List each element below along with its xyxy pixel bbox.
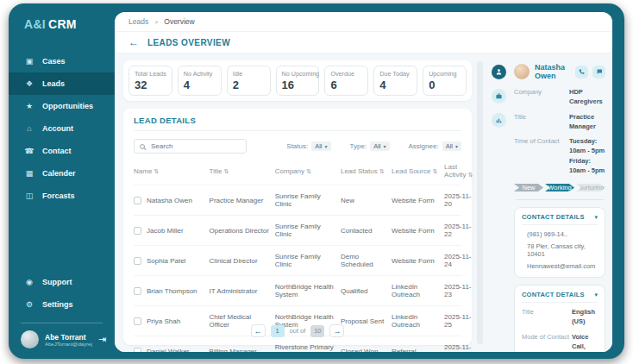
stat-card[interactable]: Overdue 6 xyxy=(324,66,368,96)
stat-card[interactable]: No Upcoming 16 xyxy=(276,66,320,96)
cell-name: Brian Thompson xyxy=(147,287,197,295)
cell-lead-source: Website Form xyxy=(392,257,441,265)
stage-chevron[interactable]: Nurturing xyxy=(576,184,605,191)
stage-chevron[interactable]: New xyxy=(514,184,543,191)
cell-title: Clinical Director xyxy=(210,257,272,265)
filter-dropdown[interactable]: Assignee: All ▾ xyxy=(409,141,462,151)
contact-detail-line: 78 Pier, Cansas city, 10401 xyxy=(522,239,598,259)
row-checkbox[interactable] xyxy=(134,348,141,353)
contact-field: Mode of Contact Voice Call, Email xyxy=(522,329,598,353)
stat-value: 2 xyxy=(233,78,265,91)
stat-card[interactable]: No Activity 4 xyxy=(178,66,222,96)
table-row[interactable]: Sophia Patel Clinical Director Sunrise F… xyxy=(134,245,461,275)
chevron-down-icon: ▾ xyxy=(455,143,458,149)
scrollbar[interactable] xyxy=(477,61,483,344)
cell-last-activity: 2025-11-20 xyxy=(444,192,479,208)
cell-last-activity: 2025-11-23 xyxy=(444,283,479,298)
sidebar-item[interactable]: ❖ Leads xyxy=(9,72,115,95)
cell-lead-source: Website Form xyxy=(392,227,441,235)
search-input[interactable] xyxy=(149,141,241,151)
sidebar-item-label: Contact xyxy=(42,147,72,155)
sort-icon[interactable]: ⇅ xyxy=(467,172,473,178)
pagination: ← 1 out of 10 → xyxy=(134,319,461,340)
sidebar-footer-item[interactable]: ⚙ Settings xyxy=(9,293,115,316)
stage-chevron[interactable]: Working xyxy=(545,184,574,191)
leads-table: Name⇅ Title⇅ Company⇅ xyxy=(134,156,461,319)
stat-value: 4 xyxy=(184,78,216,91)
field-value: Voice Call, Email xyxy=(572,332,598,353)
sidebar-item[interactable]: ☎ Contact xyxy=(9,140,115,162)
field-label: Title xyxy=(522,307,572,327)
sort-icon[interactable]: ⇅ xyxy=(379,168,385,174)
account-icon: ⌂ xyxy=(24,124,34,133)
sort-icon[interactable]: ⇅ xyxy=(154,168,159,174)
sort-icon[interactable]: ⇅ xyxy=(223,168,229,174)
column-header[interactable]: Lead Status⇅ xyxy=(341,167,388,175)
lead-details-card: LEAD DETAILS Status: xyxy=(123,109,472,345)
sidebar-item[interactable]: ▦ Calender xyxy=(9,162,115,185)
cell-title: Practice Manager xyxy=(210,197,272,204)
chevron-down-icon[interactable]: ▾ xyxy=(594,214,598,221)
back-arrow-icon[interactable]: ← xyxy=(128,36,139,48)
row-checkbox[interactable] xyxy=(134,287,141,295)
sort-icon[interactable]: ⇅ xyxy=(432,168,437,174)
chevron-down-icon[interactable]: ▾ xyxy=(594,292,598,298)
person-icon xyxy=(495,68,503,76)
next-page-button[interactable]: → xyxy=(329,324,344,337)
filter-value-chip[interactable]: All ▾ xyxy=(442,141,461,151)
stat-label: Upcoming xyxy=(429,70,461,78)
sidebar-item-label: Forcasts xyxy=(42,191,75,200)
stat-card[interactable]: Due Today 4 xyxy=(373,66,417,96)
contact-field: Company HDP Caregivers xyxy=(514,85,605,110)
row-checkbox[interactable] xyxy=(134,257,141,265)
sidebar-item[interactable]: ⌂ Account xyxy=(9,117,115,140)
field-value: HDP Caregivers xyxy=(569,87,605,107)
sidebar-item[interactable]: ★ Opportunities xyxy=(9,95,115,117)
sidebar-item[interactable]: ▣ Cases xyxy=(9,50,115,72)
column-header[interactable]: Last Activity⇅ xyxy=(444,163,479,179)
prev-page-button[interactable]: ← xyxy=(251,324,266,337)
table-row[interactable]: Jacob Miller Operations Director Sunrise… xyxy=(134,215,461,245)
row-checkbox[interactable] xyxy=(134,227,141,235)
person-tab-button[interactable] xyxy=(492,65,506,79)
main-column: Total Leads 32 No Activity 4 Idle 2 xyxy=(123,60,472,345)
stat-card[interactable]: Idle 2 xyxy=(227,66,271,96)
title-bar: ← LEADS OVERVIEW xyxy=(115,32,612,53)
stat-value: 16 xyxy=(282,78,314,91)
filter-value-chip[interactable]: All ▾ xyxy=(311,141,330,151)
column-header[interactable]: Lead Source⇅ xyxy=(392,167,441,175)
company-tab-button[interactable] xyxy=(492,89,506,104)
contact-avatar xyxy=(514,64,530,79)
column-header[interactable]: Name⇅ xyxy=(134,167,206,175)
search-box[interactable] xyxy=(134,139,247,154)
chat-button[interactable] xyxy=(592,66,605,78)
cell-company: Sunrise Family Clinic xyxy=(275,253,337,268)
call-button[interactable] xyxy=(575,66,588,78)
table-row[interactable]: Natasha Owen Practice Manager Sunrise Fa… xyxy=(134,185,461,215)
filter-value-chip[interactable]: All ▾ xyxy=(370,141,389,151)
breadcrumb-leads[interactable]: Leads xyxy=(128,17,148,26)
phone-icon xyxy=(579,68,586,75)
activity-tab-button[interactable] xyxy=(492,113,506,128)
contact-field: Title Practice Manager xyxy=(514,110,605,135)
user-profile[interactable]: Abe Torrant AbeJTorrant@dayrep.com ⇥ xyxy=(9,323,115,359)
bar-chart-icon xyxy=(495,116,503,124)
column-header[interactable]: Company⇅ xyxy=(275,167,337,175)
sidebar-item-label: Leads xyxy=(42,79,65,88)
filter-dropdown[interactable]: Status: All ▾ xyxy=(286,141,330,151)
row-checkbox[interactable] xyxy=(134,197,141,204)
contact-details-card-2: CONTACT DETAILS ▾ Title English (US) xyxy=(514,285,605,352)
column-header[interactable]: Title⇅ xyxy=(210,167,272,175)
contact-detail-line: Hennawest@email.com xyxy=(522,259,598,271)
sort-icon[interactable]: ⇅ xyxy=(306,168,311,174)
sidebar-footer-nav: ◉ Support ⚙ Settings xyxy=(9,271,115,316)
current-page[interactable]: 1 xyxy=(271,325,285,337)
sidebar-item[interactable]: ◫ Forcasts xyxy=(9,185,115,207)
table-row[interactable]: Brian Thompson IT Administrator NorthBri… xyxy=(134,275,461,305)
stat-card[interactable]: Upcoming 0 xyxy=(423,66,467,96)
sidebar-footer-item[interactable]: ◉ Support xyxy=(9,271,115,293)
stat-card[interactable]: Total Leads 32 xyxy=(128,66,172,96)
logout-icon[interactable]: ⇥ xyxy=(98,334,106,345)
filter-dropdown[interactable]: Type: All ▾ xyxy=(350,141,390,151)
stat-label: No Activity xyxy=(184,70,216,78)
